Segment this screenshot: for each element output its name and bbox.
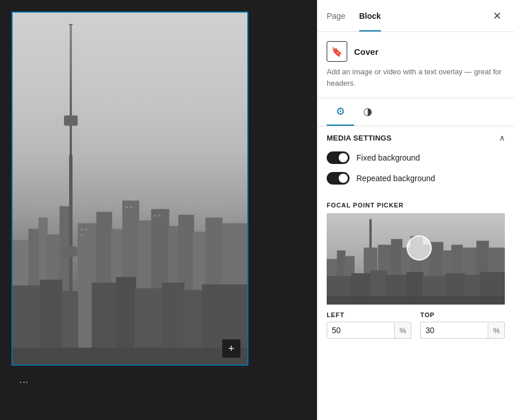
svg-point-6 [62, 246, 79, 257]
tab-block-settings[interactable]: ⚙ [327, 98, 354, 126]
svg-rect-34 [159, 215, 161, 217]
tab-block[interactable]: Block [359, 0, 381, 31]
repeated-background-row: Repeated background [327, 172, 505, 185]
svg-rect-62 [327, 296, 505, 305]
settings-style-tabs: ⚙ ◑ [318, 98, 514, 126]
repeated-background-toggle[interactable] [327, 172, 350, 185]
svg-rect-32 [130, 206, 132, 208]
svg-rect-27 [13, 347, 247, 365]
media-settings-title: Media settings [327, 134, 392, 142]
top-label: TOP [420, 311, 505, 318]
top-unit: % [488, 323, 504, 338]
left-input-wrapper: % [327, 322, 411, 339]
svg-rect-33 [154, 215, 156, 217]
block-description: Add an image or video with a text overla… [327, 66, 505, 89]
block-type-name: Cover [354, 47, 379, 57]
media-settings-chevron: ∧ [499, 133, 505, 142]
block-type-icon: 🔖 [327, 41, 347, 62]
svg-rect-31 [126, 206, 128, 208]
svg-rect-30 [81, 234, 83, 236]
tab-block-style[interactable]: ◑ [354, 98, 382, 126]
block-info-header: 🔖 Cover [327, 41, 505, 62]
city-background [13, 13, 247, 365]
cover-image: + [11, 11, 248, 366]
add-block-button[interactable]: + [222, 339, 240, 358]
block-info: 🔖 Cover Add an image or video with a tex… [318, 32, 514, 98]
right-panel: Page Block ✕ 🔖 Cover Add an image or vid… [317, 0, 514, 420]
top-input-wrapper: % [420, 322, 505, 339]
fixed-background-label: Fixed background [356, 153, 420, 162]
focal-point-image[interactable] [327, 213, 505, 305]
tab-page[interactable]: Page [327, 0, 346, 31]
focal-point-label: FOCAL POINT PICKER [327, 202, 505, 209]
media-settings-content: Fixed background Repeated background [318, 149, 514, 202]
city-skyline-svg [13, 118, 247, 365]
top-position-field: TOP % [420, 311, 505, 339]
fixed-background-row: Fixed background [327, 151, 505, 164]
left-position-field: LEFT % [327, 311, 411, 339]
fixed-background-toggle[interactable] [327, 151, 350, 164]
block-toolbar: ⋮ [11, 366, 248, 398]
left-label: LEFT [327, 311, 411, 318]
svg-rect-29 [85, 229, 87, 230]
media-settings-section: Media settings ∧ Fixed background Repeat… [318, 126, 514, 202]
media-settings-header[interactable]: Media settings ∧ [318, 126, 514, 149]
position-inputs: LEFT % TOP % [327, 311, 505, 339]
repeated-background-label: Repeated background [356, 174, 435, 183]
focal-point-section: FOCAL POINT PICKER [318, 202, 514, 348]
focal-point-handle[interactable] [407, 235, 432, 261]
canvas-area: + ⋮ [0, 0, 317, 420]
panel-tabs: Page Block [327, 0, 381, 31]
left-input[interactable] [327, 322, 394, 338]
close-panel-button[interactable]: ✕ [489, 8, 505, 24]
top-input[interactable] [421, 322, 488, 338]
panel-header: Page Block ✕ [318, 0, 514, 32]
block-wrapper: + ⋮ [11, 11, 248, 398]
left-unit: % [394, 323, 411, 338]
svg-rect-28 [81, 229, 83, 230]
toolbar-menu-icon[interactable]: ⋮ [18, 377, 29, 387]
